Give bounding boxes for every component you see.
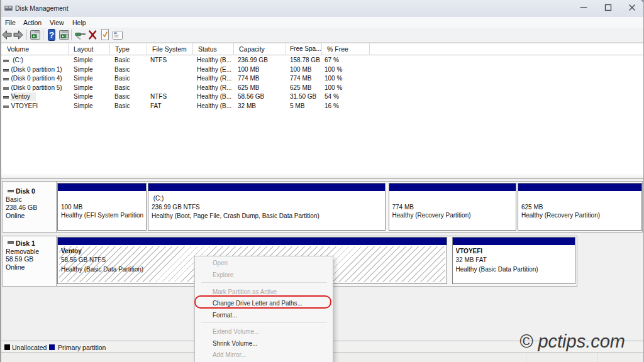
svg-text:?: ?	[49, 30, 54, 40]
